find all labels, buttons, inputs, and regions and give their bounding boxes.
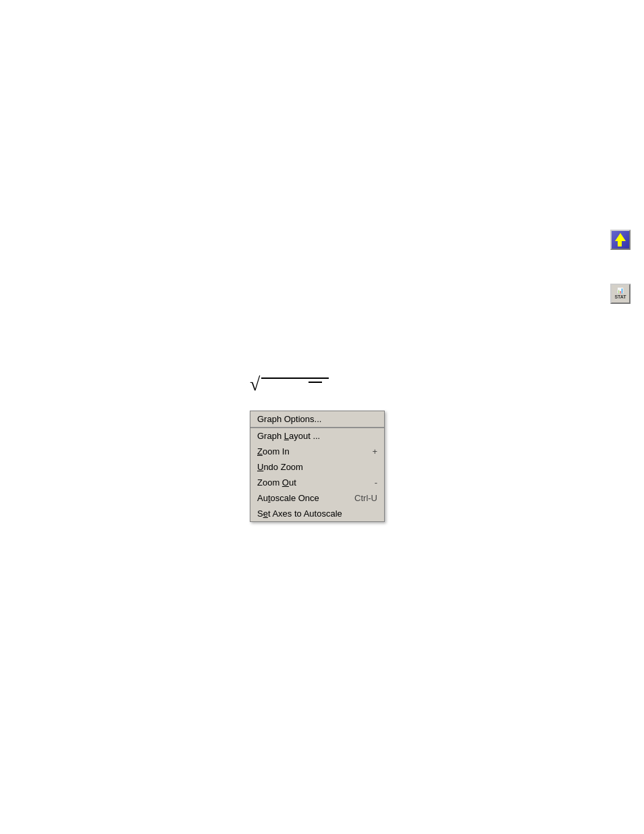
- graph-widget: √: [250, 375, 329, 394]
- menu-item-autoscale-once-label: Autoscale Once: [257, 493, 341, 503]
- menu-item-autoscale-once[interactable]: Autoscale Once Ctrl-U: [250, 490, 384, 506]
- arrow-up-icon: [614, 233, 626, 246]
- menu-item-graph-layout-label: Graph Layout ...: [257, 431, 364, 441]
- menu-item-undo-zoom[interactable]: Undo Zoom: [250, 459, 384, 475]
- menu-item-zoom-in[interactable]: Zoom In +: [250, 444, 384, 459]
- menu-item-zoom-out-label: Zoom Out: [257, 477, 361, 488]
- menu-item-autoscale-once-shortcut: Ctrl-U: [354, 493, 377, 503]
- context-menu: Graph Options... Graph Layout ... Zoom I…: [250, 411, 385, 522]
- graph-line-top: [261, 377, 329, 379]
- menu-item-set-axes-autoscale[interactable]: Set Axes to Autoscale: [250, 506, 384, 521]
- graph-lines: [261, 375, 329, 383]
- menu-item-graph-options-label: Graph Options...: [257, 414, 321, 424]
- menu-item-zoom-out[interactable]: Zoom Out -: [250, 475, 384, 490]
- menu-item-zoom-in-label: Zoom In: [257, 446, 358, 457]
- main-area: 📊 STAT √ Graph Options... Graph Layout .…: [0, 0, 644, 834]
- menu-item-graph-options[interactable]: Graph Options...: [250, 411, 384, 427]
- stat-icon: 📊 STAT: [614, 288, 626, 300]
- menu-item-zoom-out-shortcut: -: [375, 477, 377, 488]
- graph-line-bottom: [308, 382, 322, 383]
- stat-button[interactable]: 📊 STAT: [610, 284, 630, 304]
- menu-item-set-axes-autoscale-label: Set Axes to Autoscale: [257, 509, 364, 519]
- menu-item-zoom-in-shortcut: +: [372, 446, 377, 457]
- menu-item-graph-layout[interactable]: Graph Layout ...: [250, 428, 384, 444]
- sqrt-symbol: √: [250, 375, 260, 394]
- arrow-up-button[interactable]: [610, 230, 630, 250]
- menu-item-undo-zoom-label: Undo Zoom: [257, 462, 364, 472]
